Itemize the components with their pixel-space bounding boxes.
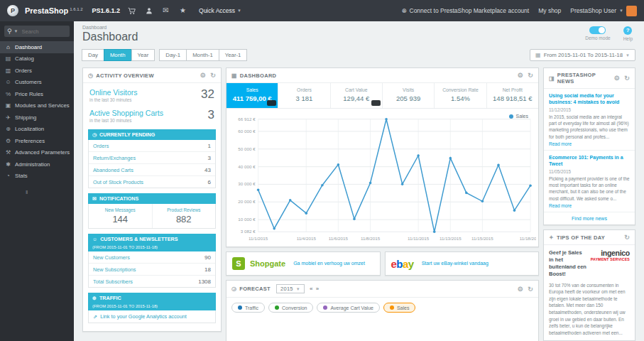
stat-label[interactable]: Active Shopping Carts (89, 109, 163, 117)
stat-label[interactable]: Online Visitors (89, 88, 138, 97)
my-shop-link[interactable]: My shop (538, 7, 561, 14)
forecast-metric-average-cart-value[interactable]: Average Cart Value (317, 303, 379, 313)
kpi-conversion-rate[interactable]: Conversion Rate1.54% (435, 83, 486, 108)
person-icon[interactable] (143, 7, 154, 14)
sidebar-item-modules-and-services[interactable]: ▣Modules and Services (0, 100, 74, 112)
section-link-link-to-your-google-analytics-account[interactable]: ⇗Link to your Google Analytics account (88, 310, 216, 323)
activity-section-customers-newsletters: ☺CUSTOMERS & NEWSLETTERS(FROM 2015-11-01… (88, 234, 216, 288)
quick-access-menu[interactable]: Quick Access ▼ (199, 7, 241, 14)
notification-cell-product-reviews[interactable]: Product Reviews882 (152, 204, 216, 228)
demo-mode-toggle[interactable] (589, 26, 606, 34)
cart-icon[interactable] (126, 7, 137, 15)
sidebar-item-customers[interactable]: ☺Customers (0, 77, 74, 89)
row-link[interactable]: Total Subscribers (93, 278, 133, 285)
sidebar-item-shipping[interactable]: ✈Shipping (0, 112, 74, 124)
chevron-down-icon: ▼ (626, 53, 630, 58)
ebay-promo[interactable]: ebay Start uw eBay-winkel vandaag (385, 251, 540, 276)
sidebar-item-localization[interactable]: ⊕Localization (0, 124, 74, 136)
date-range-button[interactable]: ▦ From 2015-11-01 To 2015-11-18 ▼ (530, 49, 635, 61)
sidebar-item-price-rules[interactable]: %Price Rules (0, 88, 74, 100)
kpi-label: Conversion Rate (436, 87, 484, 92)
topbar-right: ⊕ Connect to PrestaShop Marketplace acco… (401, 6, 637, 16)
news-date: 11/05/2015 (549, 169, 630, 174)
sidebar-item-catalog[interactable]: ▤Catalog (0, 53, 74, 65)
panel-header: ✦ Tips of the day ↻ (544, 230, 635, 245)
filter-group-previous: Day-1Month-1Year-1 (160, 49, 247, 61)
read-more-link[interactable]: Read more (549, 141, 630, 146)
refresh-icon[interactable]: ↻ (528, 286, 533, 293)
shopgate-link[interactable]: Ga mobiel en verhoog uw omzet (293, 260, 365, 266)
envelope-icon[interactable]: ✉ (160, 7, 171, 14)
gear-icon[interactable]: ⚙ (200, 72, 206, 79)
filter-year[interactable]: Year (131, 49, 155, 61)
forecast-year: 2015 (280, 286, 293, 292)
user-menu[interactable]: PrestaShop User ▼ (570, 6, 637, 16)
row-link[interactable]: Abandoned Carts (93, 167, 133, 173)
ebay-link[interactable]: Start uw eBay-winkel vandaag (422, 260, 489, 266)
read-more-link[interactable]: Read more (549, 203, 630, 208)
stat-subtitle: in the last 30 minutes (89, 118, 163, 123)
row-link[interactable]: Out of Stock Products (93, 179, 143, 185)
refresh-icon[interactable]: ↻ (528, 72, 533, 79)
chart-legend[interactable]: Sales (509, 114, 528, 119)
sidebar-item-dashboard[interactable]: ⌂Dashboard (0, 41, 74, 53)
row-value: 18 (204, 266, 211, 273)
forecast-icon: ◶ (231, 286, 236, 292)
refresh-icon[interactable]: ↻ (624, 75, 630, 82)
sidebar-search[interactable]: ⚲ ▼ (4, 26, 70, 37)
breadcrumb[interactable]: Dashboard (82, 25, 635, 30)
sidebar-item-orders[interactable]: ▥Orders (0, 65, 74, 77)
section-row-total-subscribers: Total Subscribers1308 (89, 276, 215, 287)
sidebar-item-label: Price Rules (15, 91, 43, 97)
forecast-metric-conversion[interactable]: Conversion (268, 303, 313, 313)
row-link[interactable]: Orders (93, 143, 109, 149)
kpi-visits[interactable]: Visits205 939 (383, 83, 435, 108)
next-year-button[interactable]: » (316, 286, 320, 292)
shop-name-link[interactable]: PS1.6.1.2 (92, 7, 121, 14)
filter-month[interactable]: Month (104, 49, 132, 61)
marketplace-link[interactable]: ⊕ Connect to PrestaShop Marketplace acco… (401, 7, 529, 14)
forecast-year-select[interactable]: 2015 ▼ (276, 284, 305, 293)
kpi-cart-value[interactable]: Cart Value129,44 € (331, 83, 383, 108)
gear-icon[interactable]: ⚙ (518, 72, 523, 79)
kpi-orders[interactable]: Orders3 181 (278, 83, 330, 108)
forecast-metric-sales[interactable]: Sales (383, 303, 416, 313)
filter-year-1[interactable]: Year-1 (219, 49, 248, 61)
svg-text:10 000 €: 10 000 € (238, 217, 256, 222)
sidebar-item-administration[interactable]: ✱Administration (0, 158, 74, 170)
gear-icon[interactable]: ⚙ (614, 75, 620, 82)
chevron-down-icon: ▼ (237, 9, 241, 13)
metric-label: Sales (397, 305, 410, 310)
notification-cell-new-messages[interactable]: New Messages144 (89, 204, 152, 228)
sidebar-collapse-button[interactable]: ‖ (26, 189, 74, 195)
filter-day[interactable]: Day (82, 49, 104, 61)
sidebar-item-preferences[interactable]: ⚙Preferences (0, 135, 74, 147)
news-title-link[interactable]: Using social media for your business: 4 … (549, 92, 630, 106)
row-value: 3 (208, 155, 211, 161)
prev-year-button[interactable]: « (310, 286, 313, 292)
chevron-down-icon[interactable]: ▼ (14, 29, 18, 33)
find-more-news-link[interactable]: Find more news (544, 212, 635, 224)
search-input[interactable] (21, 28, 67, 36)
shopgate-promo[interactable]: S Shopgate Ga mobiel en verhoog uw omzet (226, 251, 381, 276)
row-link[interactable]: New Subscriptions (93, 266, 136, 273)
kpi-net-profit[interactable]: Net Profit148 918,51 € (487, 83, 538, 108)
filter-day-1[interactable]: Day-1 (159, 49, 187, 61)
kpi-sales[interactable]: Sales411 759,00 € (227, 83, 278, 108)
row-value: 6 (208, 179, 211, 185)
metric-dot (390, 305, 394, 310)
trophy-icon[interactable]: ★ (178, 7, 188, 14)
sidebar-item-advanced-parameters[interactable]: ⚒Advanced Parameters (0, 147, 74, 159)
gear-icon[interactable]: ⚙ (518, 286, 523, 293)
sidebar-item-stats[interactable]: ◔Stats (0, 170, 74, 183)
row-link[interactable]: Return/Exchanges (93, 155, 136, 161)
filter-month-1[interactable]: Month-1 (186, 49, 219, 61)
help-icon[interactable]: ? (623, 26, 632, 35)
refresh-icon[interactable]: ↻ (210, 72, 216, 79)
tips-text: 30 tot 70% van de consumenten in Europa … (549, 282, 630, 337)
kpi-row: Sales411 759,00 €Orders3 181Cart Value12… (227, 83, 538, 109)
forecast-metric-traffic[interactable]: Traffic (231, 303, 265, 313)
news-title-link[interactable]: Ecommerce 101: Payments in a Tweet (549, 154, 630, 168)
refresh-icon[interactable]: ↻ (624, 234, 630, 241)
row-link[interactable]: New Customers (93, 254, 130, 261)
